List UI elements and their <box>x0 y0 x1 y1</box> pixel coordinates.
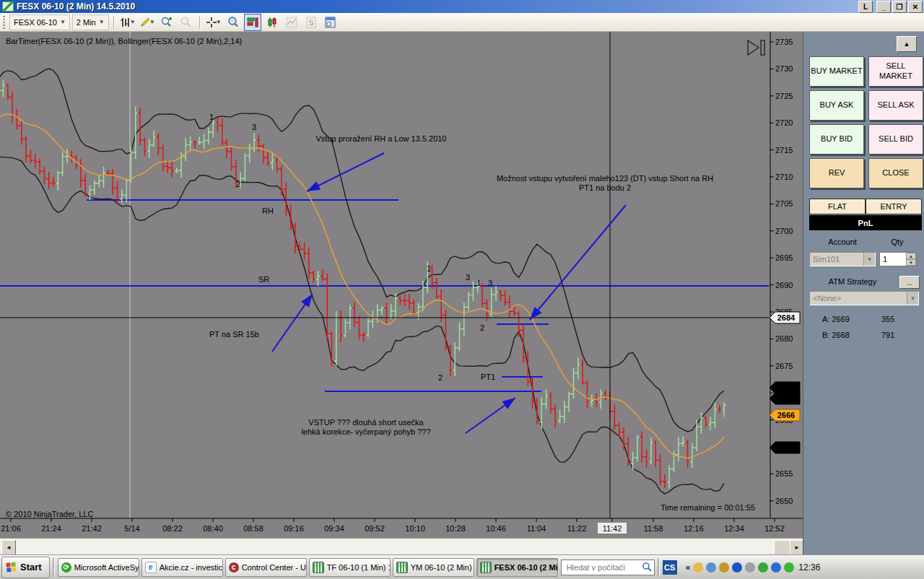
quantity-value: 1 <box>880 255 906 264</box>
svg-text:2: 2 <box>438 373 443 382</box>
search-icon[interactable] <box>642 562 653 573</box>
instrument-select[interactable]: FESX 06-10 ▼ <box>9 14 70 30</box>
svg-text:2700: 2700 <box>775 227 793 235</box>
account-select[interactable]: Sim101 ▼ <box>809 252 876 266</box>
start-label: Start <box>20 562 42 573</box>
quantity-stepper[interactable]: 1 ▲▼ <box>879 252 917 266</box>
minimize-button[interactable]: _ <box>876 1 891 13</box>
quote-row: B: 2668 <box>822 331 850 339</box>
chart-toolbar: FESX 06-10 ▼ 2 Min ▼ ▼ ▼ <box>0 13 924 32</box>
account-value: Sim101 <box>813 255 840 264</box>
svg-text:09:34: 09:34 <box>324 524 344 533</box>
svg-text:10:28: 10:28 <box>445 524 466 533</box>
link-button[interactable]: L <box>858 1 873 13</box>
chart-panel[interactable]: Vstup proražení RH a Low 13.5.2010Možnos… <box>0 32 803 538</box>
svg-text:Možnost vstupu vytvoření maleh: Možnost vstupu vytvoření maleho123 (DT) … <box>497 174 713 183</box>
svg-text:08:22: 08:22 <box>162 524 183 533</box>
price-chart[interactable]: Vstup proražení RH a Low 13.5.2010Možnos… <box>0 32 803 538</box>
tray-card-icon[interactable] <box>745 562 755 573</box>
atm-strategy-select[interactable]: <None> ▼ <box>809 291 919 305</box>
taskbar-button-tf-06-10-1-min-1-[interactable]: TF 06-10 (1 Min) 1... <box>309 558 391 577</box>
taskbar-button-akcie-cz-investice-[interactable]: eAkcie.cz - investice... <box>141 558 223 577</box>
status-cell-entry: ENTRY <box>866 199 922 214</box>
taskbar-separator <box>53 558 55 577</box>
buy-bid-button[interactable]: BUY BID <box>809 124 864 154</box>
taskbar-button-control-center-u-[interactable]: cControl Center - U... <box>225 558 307 577</box>
svg-text:2666: 2666 <box>777 411 795 419</box>
svg-text:Time remaining = 00:01:55: Time remaining = 00:01:55 <box>661 503 755 512</box>
window-titlebar[interactable]: FESX 06-10 (2 Min) 14.5.2010 L_❐✕ <box>0 0 924 13</box>
svg-text:11:42: 11:42 <box>603 524 622 533</box>
scroll-left-button[interactable]: ◄ <box>1 540 16 555</box>
account-label: Account <box>809 238 876 246</box>
interval-select[interactable]: 2 Min ▼ <box>72 14 109 30</box>
atm-more-button[interactable]: ... <box>899 276 920 289</box>
svg-text:2715: 2715 <box>775 146 793 154</box>
tray-coin-icon[interactable] <box>719 562 729 573</box>
bar-type-button[interactable]: ▼ <box>119 14 136 31</box>
zoom-in-button[interactable] <box>158 14 175 31</box>
taskbar-search[interactable] <box>561 560 655 575</box>
task-buttons: ⟳Microsoft ActiveSynceAkcie.cz - investi… <box>58 558 558 577</box>
sell-ask-button[interactable]: SELL ASK <box>868 90 923 121</box>
rev-button[interactable]: REV <box>809 158 864 188</box>
taskbar-separator <box>658 558 660 577</box>
tray-bluetooth-icon[interactable] <box>732 562 742 573</box>
start-button[interactable]: Start <box>1 557 50 578</box>
chart-trader-button[interactable] <box>244 14 261 31</box>
svg-text:10:46: 10:46 <box>486 524 506 533</box>
close-button[interactable]: ✕ <box>908 1 923 13</box>
search-input[interactable] <box>565 562 640 573</box>
chevron-down-icon: ▼ <box>99 19 105 25</box>
quote-size: 355 <box>881 315 894 323</box>
window-title: FESX 06-10 (2 Min) 14.5.2010 <box>17 1 135 12</box>
crosshair-button[interactable]: ▼ <box>205 14 222 31</box>
svg-text:11:04: 11:04 <box>527 524 546 533</box>
chevron-down-icon: ▼ <box>863 253 875 266</box>
chart-trader-panel: ▲ BUY MARKETSELL MARKETBUY ASKSELL ASKBU… <box>803 32 924 554</box>
buy-ask-button[interactable]: BUY ASK <box>809 90 864 121</box>
tray-chevron-icon[interactable]: « <box>686 562 691 573</box>
svg-text:10:10: 10:10 <box>405 524 425 533</box>
chart-horizontal-scrollbar[interactable]: ◄ ► <box>0 538 803 555</box>
properties-button[interactable] <box>322 14 339 31</box>
scroll-right-button[interactable]: ► <box>790 540 804 555</box>
tray-antenna-icon[interactable] <box>784 562 794 573</box>
svg-text:2660: 2660 <box>777 443 795 452</box>
svg-text:2690: 2690 <box>775 281 793 290</box>
draw-button[interactable]: ▼ <box>139 14 156 31</box>
svg-text:12:34: 12:34 <box>724 524 744 533</box>
data-box-button[interactable] <box>225 14 242 31</box>
language-indicator[interactable]: CS <box>663 560 677 575</box>
cc-icon: c <box>229 562 239 573</box>
taskbar-button-fesx-06-10-2-mi-[interactable]: FESX 06-10 (2 Mi... <box>476 558 558 577</box>
svg-text:VSTUP ??? dlouhá short usečka: VSTUP ??? dlouhá short usečka <box>308 418 424 427</box>
sell-market-button[interactable]: SELL MARKET <box>868 56 923 87</box>
svg-text:2675: 2675 <box>775 362 793 370</box>
buy-market-button[interactable]: BUY MARKET <box>809 56 864 87</box>
close-button[interactable]: CLOSE <box>868 158 923 188</box>
svg-text:3: 3 <box>466 273 470 282</box>
restore-button[interactable]: ❐ <box>892 1 907 13</box>
taskbar-button-label: Control Center - U... <box>242 563 307 572</box>
chevron-down-icon: ▼ <box>907 292 918 305</box>
svg-text:2695: 2695 <box>775 253 793 262</box>
candlestick-button[interactable] <box>263 14 281 31</box>
taskbar-button-ym-06-10-2-min-[interactable]: YM 06-10 (2 Min) / ... <box>393 558 474 577</box>
panel-scroll-up-button[interactable]: ▲ <box>897 36 917 52</box>
tray-search-icon[interactable] <box>706 562 716 573</box>
instrument-label: FESX 06-10 <box>14 18 57 27</box>
zoom-in-icon <box>160 16 173 28</box>
sell-bid-button[interactable]: SELL BID <box>868 124 923 154</box>
taskbar-button-microsoft-activesync[interactable]: ⟳Microsoft ActiveSync <box>58 558 139 577</box>
chart-trader-icon <box>247 17 258 28</box>
tray-sync-icon[interactable] <box>758 562 768 573</box>
toolbar-grip[interactable] <box>3 16 5 29</box>
tray-clock-icon[interactable] <box>693 562 703 573</box>
svg-text:RH: RH <box>262 206 274 215</box>
scrollbar-thumb[interactable] <box>774 540 791 555</box>
magnifier-icon <box>227 16 239 28</box>
spinner-arrows[interactable]: ▲▼ <box>906 253 916 266</box>
svg-text:11:58: 11:58 <box>644 524 663 533</box>
tray-globe-icon[interactable] <box>771 562 781 573</box>
